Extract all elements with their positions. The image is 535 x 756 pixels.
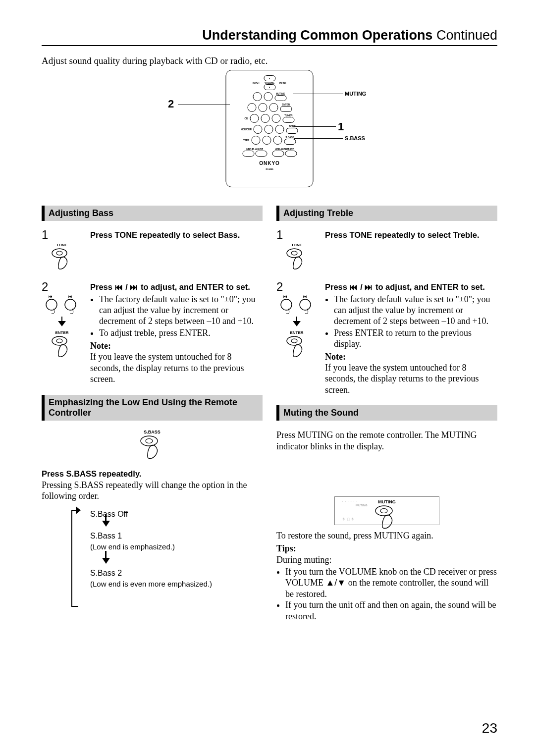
step-number: 1 [276,228,283,242]
down-arrow-icon [102,521,110,527]
svg-point-15 [300,299,311,310]
svg-point-0 [52,249,67,258]
text: Press [325,282,350,291]
down-arrow-icon [102,558,110,564]
rc-btn [264,92,272,101]
bass-step2-list: The factory default value is set to "±0"… [90,294,263,339]
section-bass: Adjusting Bass [42,206,263,221]
rc-btn [261,114,269,123]
during-text: During muting: [276,555,497,565]
callout-sbass-label: S.BASS [345,135,365,141]
chain-bracket [71,510,78,607]
tone-label: TONE [42,243,82,247]
rc-btn [271,114,280,123]
treble-step2-list: The factory default value is set to "±0"… [325,294,497,350]
press-button-icon [285,336,308,360]
step-number: 2 [276,280,283,294]
rc-hddcdr-lbl: HDD/CDR [241,128,252,131]
rc-btn [242,151,254,157]
bass-step-2: 2 ⏮ ⏭ ENTER [42,282,263,385]
intro-text: Adjust sound quality during playback wit… [42,55,497,67]
rc-btn [275,125,284,134]
list-item: If you turn the VOLUME knob on the CD re… [285,566,497,600]
callout-2-line [178,105,230,106]
rc-tape-lbl: TAPE [243,139,249,142]
display-muting-indicator: MUTING [356,504,368,507]
tips-label: Tips: [276,543,497,554]
note-label: Note: [90,341,263,351]
rc-vol-dn: ▼ [264,84,275,90]
remote-outline: INPUT ▲ VOLUME ▼ INPUT MUTING [226,70,314,187]
display-bars: ✧ ▯ ✧ [342,517,355,522]
remote-diagram: 2 MUTING 1 S.BASS INPUT ▲ VOLUME ▼ INPUT [42,70,497,194]
svg-point-14 [281,299,292,310]
rc-btn [262,136,271,145]
text: to adjust, and ENTER to set. [373,282,485,291]
press-button-icon [51,336,73,360]
bass-step1-heading: Press TONE repeatedly to select Bass. [90,230,263,240]
list-item: The factory default value is set to "±0"… [334,294,497,327]
rc-btn [272,151,284,157]
rc-btn [255,151,267,157]
rc-btn [258,103,267,112]
rc-btn [251,136,260,145]
press-button-icon [285,248,308,272]
rc-btn [253,92,262,101]
note-text: If you leave the system untouched for 8 … [325,362,497,396]
rc-btn [247,103,256,112]
treble-step2-heading: Press ⏮ / ⏭ to adjust, and ENTER to set. [325,282,497,292]
svg-point-5 [65,299,76,310]
svg-text:⏮: ⏮ [49,294,53,299]
down-arrow-icon [57,316,67,328]
rc-tuner-btn [282,117,294,123]
callout-2-number: 2 [168,98,174,110]
note-label: Note: [325,352,497,362]
list-item: If you turn the unit off and then on aga… [285,599,497,622]
svg-point-8 [141,436,158,446]
note-text: If you leave the system untouched for 8 … [90,351,263,385]
prev-next-glyph: ⏮ / ⏭ [115,282,139,291]
treble-step1-heading: Press TONE repeatedly to select Treble. [325,230,497,240]
title-continued: Continued [432,28,497,43]
bass-step-1: 1 TONE Press TONE repeatedly to select B… [42,230,263,272]
sbass-opt-2: S.Bass 2 [90,569,212,578]
treble-step-2: 2 ⏮ ⏭ ENTER [276,282,497,396]
svg-point-11 [291,251,297,255]
svg-text:⏭: ⏭ [68,294,72,299]
rc-model: RC-628S [266,168,273,170]
list-item: To adjust treble, press ENTER. [99,328,263,339]
rc-btn [285,151,297,157]
muting-display-panel: · · · · · · MUTING ✧ ▯ ✧ [334,496,439,525]
sbass-label: S.BASS [42,430,263,434]
rc-input-r: INPUT [279,81,286,84]
section-muting: Muting the Sound [276,405,497,421]
muting-desc: Press MUTING on the remote controller. T… [276,430,497,452]
svg-point-9 [146,438,153,443]
step-number: 1 [42,228,48,242]
title-main: Understanding Common Operations [202,28,432,43]
sbass-opt-1-sub: (Low end is emphasized.) [90,542,212,551]
svg-point-6 [52,336,67,345]
press-button-icon [139,435,165,462]
callout-1-number: 1 [338,120,344,133]
list-item: Press ENTER to return to the previous di… [334,328,497,350]
svg-point-16 [287,336,302,345]
arrowhead-icon [76,506,81,514]
rc-btn [273,136,282,145]
svg-point-4 [46,299,57,310]
enter-label: ENTER [276,330,317,335]
prev-next-glyph: ⏮ / ⏭ [350,282,374,291]
page-title: Understanding Common Operations Continue… [42,28,497,43]
sbass-opt-2-sub: (Low end is even more emphasized.) [90,580,212,588]
rc-btn [254,125,263,134]
sbass-opt-1: S.Bass 1 [90,532,212,540]
sbass-command: Press S.BASS repeatedly. [42,469,263,479]
rc-btn [250,114,259,123]
step-number: 2 [42,280,48,294]
rc-vol-up: ▲ [264,75,275,81]
enter-label: ENTER [42,330,82,335]
display-dots: · · · · · · [342,500,358,503]
title-rule [42,45,497,46]
prev-next-buttons-icon: ⏮ ⏭ [278,294,315,314]
svg-point-1 [56,251,62,255]
